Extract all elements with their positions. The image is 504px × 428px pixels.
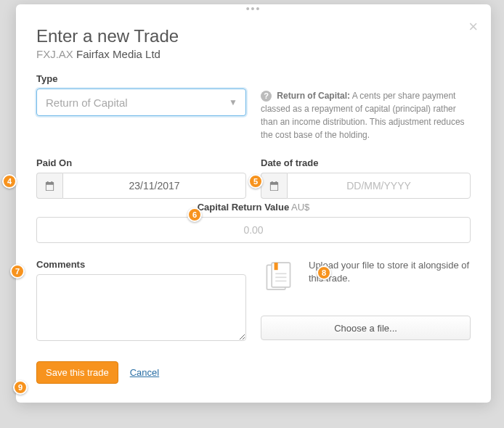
new-trade-modal: ••• × Enter a new Trade FXJ.AX Fairfax M… xyxy=(16,4,491,403)
type-help-text: ? Return of Capital: A cents per share p… xyxy=(261,89,471,141)
paid-on-input[interactable] xyxy=(62,173,246,199)
calendar-icon[interactable] xyxy=(36,173,62,199)
capital-return-label: Capital Return Value xyxy=(198,202,289,213)
comments-label: Comments xyxy=(36,259,246,270)
tour-badge-4: 4 xyxy=(2,174,17,189)
choose-file-button[interactable]: Choose a file... xyxy=(261,316,471,340)
calendar-icon[interactable] xyxy=(261,173,287,199)
upload-description: Upload your file to store it alongside o… xyxy=(309,259,471,285)
type-label: Type xyxy=(36,73,246,84)
modal-title: Enter a new Trade xyxy=(36,26,471,46)
cancel-link[interactable]: Cancel xyxy=(130,367,159,378)
comments-textarea[interactable] xyxy=(36,274,246,341)
ticker-symbol: FXJ.AX xyxy=(36,48,73,60)
svg-rect-2 xyxy=(275,263,278,270)
capital-return-input[interactable] xyxy=(36,217,471,243)
company-name: Fairfax Media Ltd xyxy=(76,48,160,60)
date-of-trade-label: Date of trade xyxy=(261,157,471,168)
tour-badge-6: 6 xyxy=(187,207,202,222)
close-icon[interactable]: × xyxy=(468,19,478,35)
save-trade-button[interactable]: Save this trade xyxy=(36,361,118,384)
type-select[interactable] xyxy=(36,89,246,116)
tour-badge-9: 9 xyxy=(13,380,28,395)
help-icon: ? xyxy=(261,91,272,102)
tour-badge-7: 7 xyxy=(10,264,25,279)
tour-badge-8: 8 xyxy=(317,266,331,280)
tour-badge-5: 5 xyxy=(248,174,263,189)
paid-on-label: Paid On xyxy=(36,157,246,168)
date-of-trade-input[interactable] xyxy=(287,173,471,199)
modal-subtitle: FXJ.AX Fairfax Media Ltd xyxy=(36,48,471,60)
drag-handle-icon: ••• xyxy=(246,3,261,15)
file-upload-icon xyxy=(261,259,300,301)
capital-return-currency: AU$ xyxy=(291,202,309,213)
